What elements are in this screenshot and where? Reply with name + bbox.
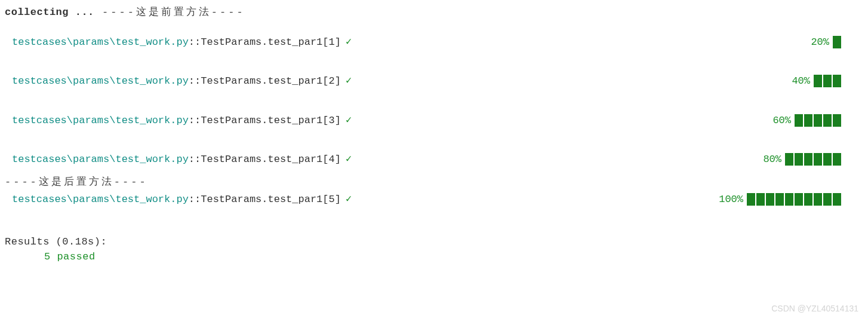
test-name: ::TestParams.test_par1[4]	[189, 152, 341, 167]
check-icon: ✓	[346, 74, 352, 89]
progress-block	[804, 193, 812, 206]
progress-bar	[785, 153, 842, 166]
check-icon: ✓	[346, 152, 352, 167]
collecting-header: collecting ... ----这是前置方法----	[5, 5, 863, 20]
percent-label: 80%	[752, 152, 781, 167]
progress-block	[833, 36, 841, 48]
percent-label: 40%	[780, 74, 810, 89]
progress-block	[814, 153, 822, 166]
progress-block	[823, 114, 832, 127]
test-row: testcases\params\test_work.py::TestParam…	[5, 74, 863, 89]
progress-block	[795, 193, 803, 206]
test-row: testcases\params\test_work.py::TestParam…	[5, 192, 863, 207]
test-path: testcases\params\test_work.py	[12, 192, 189, 207]
test-path: testcases\params\test_work.py	[12, 74, 189, 89]
progress-block	[795, 114, 803, 127]
progress-block	[785, 193, 793, 206]
progress-bar	[833, 36, 842, 48]
progress-block	[814, 75, 822, 87]
check-icon: ✓	[346, 35, 352, 50]
progress-block	[804, 153, 812, 166]
progress-bar	[814, 75, 842, 87]
test-row: testcases\params\test_work.py::TestParam…	[5, 35, 863, 50]
progress-block	[833, 114, 841, 127]
test-path: testcases\params\test_work.py	[12, 152, 189, 167]
progress-block	[833, 153, 841, 166]
test-path: testcases\params\test_work.py	[12, 35, 189, 50]
percent-label: 100%	[713, 192, 743, 207]
test-name: ::TestParams.test_par1[3]	[189, 113, 341, 129]
setup-message: ----这是前置方法----	[102, 7, 245, 18]
progress-block	[814, 114, 822, 127]
progress-block	[775, 193, 784, 206]
check-icon: ✓	[346, 192, 352, 207]
progress-block	[833, 193, 841, 206]
test-row: testcases\params\test_work.py::TestParam…	[5, 152, 863, 167]
test-name: ::TestParams.test_par1[2]	[189, 74, 341, 89]
progress-block	[823, 193, 832, 206]
teardown-message: ----这是后置方法----	[5, 175, 863, 190]
progress-block	[766, 193, 774, 206]
percent-label: 60%	[761, 113, 791, 129]
test-path: testcases\params\test_work.py	[12, 113, 189, 129]
progress-block	[785, 153, 793, 166]
progress-block	[833, 75, 841, 87]
test-name: ::TestParams.test_par1[5]	[189, 192, 341, 207]
percent-label: 20%	[799, 35, 829, 50]
test-row: testcases\params\test_work.py::TestParam…	[5, 113, 863, 129]
collecting-label: collecting ...	[5, 7, 94, 18]
progress-block	[756, 193, 765, 206]
progress-bar	[747, 193, 842, 206]
progress-block	[823, 153, 832, 166]
test-name: ::TestParams.test_par1[1]	[189, 35, 341, 50]
progress-block	[795, 153, 803, 166]
results-header: Results (0.18s):	[5, 234, 863, 250]
progress-block	[747, 193, 755, 206]
passed-count: 5 passed	[5, 249, 863, 265]
check-icon: ✓	[346, 113, 352, 129]
progress-bar	[795, 114, 842, 127]
progress-block	[823, 75, 832, 87]
progress-block	[814, 193, 822, 206]
progress-block	[804, 114, 812, 127]
